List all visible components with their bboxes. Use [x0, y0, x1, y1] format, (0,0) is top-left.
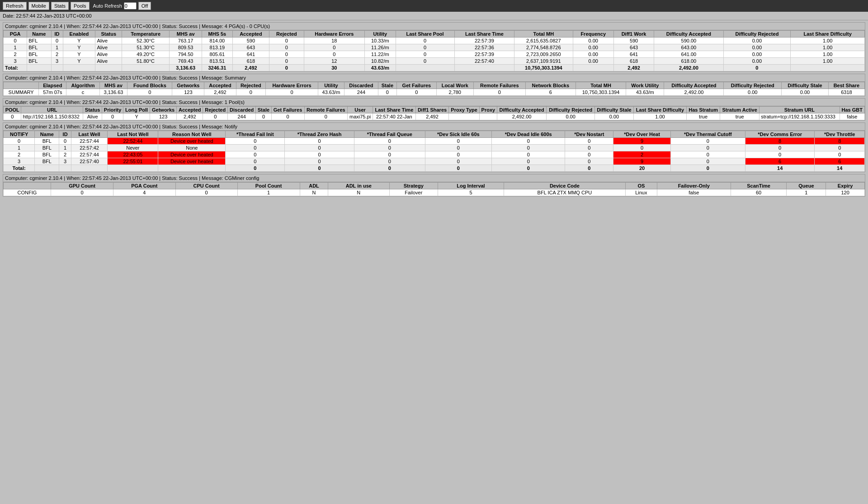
pga-cell: 0 [396, 51, 454, 58]
notify-total-cell: 0 [226, 165, 285, 172]
summary-col: Elapsed [39, 82, 66, 89]
pga-col-status: Status [95, 31, 122, 38]
pga-cell: 2 [4, 51, 27, 58]
notify-total-cell: Total: [4, 165, 35, 172]
pool-cell: Alive [83, 113, 102, 120]
pga-col-pga: PGA [4, 31, 27, 38]
off-button[interactable]: Off [138, 2, 151, 10]
mobile-button[interactable]: Mobile [28, 2, 49, 10]
pga-cell: 1.00 [791, 58, 865, 65]
config-cell: CONFIG [4, 189, 51, 196]
notify-cell: 0 [491, 158, 565, 165]
pga-cell: 0 [269, 58, 304, 65]
pga-total-cell: 3246.31 [202, 65, 233, 71]
pga-cell: 641 [613, 51, 654, 58]
pga-cell: BFL [27, 51, 51, 58]
pool-cell: 0 [4, 113, 21, 120]
refresh-button[interactable]: Refresh [3, 2, 27, 10]
notify-cell: 0 [745, 145, 814, 151]
stats-button[interactable]: Stats [51, 2, 69, 10]
top-bar: Refresh Mobile Stats Pools Auto Refresh … [0, 0, 868, 12]
pool-col: Accepted [177, 107, 203, 113]
notify-cell: 3 [59, 158, 71, 165]
pga-cell: 643 [232, 44, 269, 51]
pool-col: URL [21, 107, 83, 113]
config-col: PGA Count [113, 183, 175, 189]
pool-cell [449, 113, 480, 120]
config-cell: false [657, 189, 731, 196]
pga-cell: 809.53 [170, 44, 202, 51]
summary-cell: SUMMARY [4, 89, 39, 96]
notify-total-cell [35, 165, 59, 172]
notify-cell: 2 [4, 151, 35, 158]
pga-cell: 618 [613, 58, 654, 65]
notify-cell: 0 [670, 151, 745, 158]
notify-cell: 0 [226, 145, 285, 151]
config-col: Pool Count [237, 183, 300, 189]
notify-cell: BFL [35, 138, 59, 145]
notify-cell: 0 [815, 145, 865, 151]
pool-cell: 0 [256, 113, 271, 120]
summary-cell: 2,492 [204, 89, 236, 96]
pool-col: Proxy Type [449, 107, 480, 113]
config-status: Status: Success [162, 175, 198, 181]
config-col: ScanTime [731, 183, 787, 189]
config-col: Queue [787, 183, 826, 189]
pga-cell: BFL [27, 44, 51, 51]
pga-cell: BFL [27, 58, 51, 65]
pga-col-last-share-pool: Last Share Pool [396, 31, 454, 38]
pga-total-cell [63, 65, 95, 71]
date-text: Date: 22:57:44 22-Jan-2013 UTC+00:00 [3, 13, 92, 19]
table-row: 2BFL222:57:4422:43:05Device over heated0… [4, 151, 865, 158]
pga-cell: 0 [304, 51, 365, 58]
notify-cell: BFL [35, 151, 59, 158]
pga-cell: Y [63, 44, 95, 51]
pga-cell: 22:57:39 [454, 38, 514, 44]
table-row: 0http://192.168.1.150:8332Alive0Y1232,49… [4, 113, 865, 120]
pga-cell: 0 [396, 38, 454, 44]
config-col: OS [625, 183, 657, 189]
pga-cell: 641 [232, 51, 269, 58]
notify-cell: 0 [354, 151, 425, 158]
notify-cell: 0 [491, 138, 565, 145]
pga-cell: 0.00 [723, 51, 791, 58]
date-bar: Date: 22:57:44 22-Jan-2013 UTC+00:00 [0, 12, 868, 20]
notify-cell: 0 [613, 145, 671, 151]
summary-cell: 10,750,303.1394 [576, 89, 626, 96]
summary-cell: c [66, 89, 99, 96]
table-row: 0BFL0YAlive52.30°C763.17814.0059001810.3… [4, 38, 865, 44]
notify-table: NOTIFYNameIDLast WellLast Not WellReason… [3, 131, 865, 172]
pga-total-cell: 0 [269, 65, 304, 71]
pool-col: Remote Failures [304, 107, 348, 113]
pool-table: POOLURLStatusPriorityLong PollGetworksAc… [3, 106, 865, 120]
auto-refresh-input[interactable] [124, 2, 137, 9]
notify-cell: 2 [613, 151, 671, 158]
pool-cell: 123 [150, 113, 177, 120]
notify-cell: 0 [565, 138, 613, 145]
pool-col: Difficulty Stale [594, 107, 633, 113]
pga-total-cell: 0 [723, 65, 791, 71]
notify-cell: 8 [815, 138, 865, 145]
pga-cell: Y [63, 58, 95, 65]
pga-cell: 763.17 [170, 38, 202, 44]
notify-cell: 6 [745, 158, 814, 165]
summary-cell: 0 [473, 89, 525, 96]
pga-cell: 1 [51, 44, 63, 51]
summary-col: Remote Failures [473, 82, 525, 89]
pga-table: PGANameIDEnabledStatusTemperatureMHS avM… [3, 30, 865, 71]
notify-col: Name [35, 131, 59, 138]
pool-cell: 0 [304, 113, 348, 120]
pool-cell: 2,492 [415, 113, 449, 120]
pga-total-cell [51, 65, 63, 71]
pga-header: PGANameIDEnabledStatusTemperatureMHS avM… [4, 31, 865, 38]
pools-button[interactable]: Pools [71, 2, 90, 10]
notify-col: *Dev Thermal Cutoff [670, 131, 745, 138]
pga-cell: 0.00 [723, 38, 791, 44]
pga-total-cell: 30 [304, 65, 365, 71]
summary-col: Difficulty Accepted [664, 82, 724, 89]
pga-col-id: ID [51, 31, 63, 38]
config-cell: 1 [237, 189, 300, 196]
notify-cell: BFL [35, 158, 59, 165]
pga-cell: 0 [304, 44, 365, 51]
notify-cell: Device over heated [158, 158, 226, 165]
